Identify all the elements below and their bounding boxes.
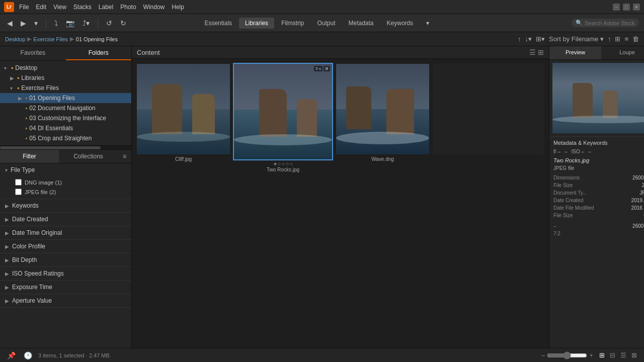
tab-filmstrip[interactable]: Filmstrip <box>275 18 310 29</box>
view-filmstrip-button[interactable]: ⊠ <box>629 350 639 360</box>
breadcrumb-exercise[interactable]: Exercise Files <box>33 36 67 42</box>
view-list-button[interactable]: ☰ <box>618 350 628 360</box>
filter-section-exposure-header[interactable]: ▶ Exposure Time <box>0 281 131 294</box>
scroll-thumb[interactable] <box>0 146 101 149</box>
zoom-slider[interactable] <box>547 351 587 359</box>
filter-section-aperture-header[interactable]: ▶ Aperture Value <box>0 294 131 307</box>
folder-icon: ▪ <box>25 95 27 102</box>
tree-item-libraries[interactable]: ▶ ▪ Libraries <box>0 73 131 83</box>
filter-section-iso-header[interactable]: ▶ ISO Speed Ratings <box>0 267 131 280</box>
export-button[interactable]: ⤴▾ <box>80 18 92 28</box>
sort-desc-icon[interactable]: ↓▾ <box>525 35 532 43</box>
filter-section-filetype-header[interactable]: ▾ File Type <box>0 163 131 176</box>
nav-dropdown-button[interactable]: ▾ <box>32 18 40 28</box>
thumb-item-wave[interactable]: Wave.dng <box>336 64 429 162</box>
view-detail-button[interactable]: ⊟ <box>608 350 617 360</box>
nav-forward-button[interactable]: ▶ <box>19 18 28 28</box>
date-modified-label: Date File Modified <box>553 205 594 211</box>
folder-icon: ▪ <box>11 64 13 71</box>
menu-photo[interactable]: Photo <box>120 4 136 11</box>
filter-section-label: Date Created <box>12 216 48 223</box>
nav-back-button[interactable]: ◀ <box>5 18 15 28</box>
filter-icon[interactable]: ⊞▾ <box>536 35 545 43</box>
filter-section-color-profile-header[interactable]: ▶ Color Profile <box>0 240 131 253</box>
filter-section-bit-depth-header[interactable]: ▶ Bit Depth <box>0 253 131 266</box>
clock-button[interactable]: 🕐 <box>22 350 34 360</box>
menu-file[interactable]: File <box>19 4 29 11</box>
view-grid-button[interactable]: ⊞ <box>597 350 607 360</box>
maximize-button[interactable]: □ <box>623 4 630 11</box>
view-grid-icon[interactable]: ⊞ <box>538 48 544 56</box>
filter-item-jpeg: JPEG file (2) <box>12 187 131 197</box>
thumb-item-cliff[interactable]: Cliff.jpg <box>137 64 230 162</box>
sort-asc-icon[interactable]: ↑ <box>518 35 521 43</box>
tree-item-03-custom[interactable]: ▪ 03 Customizing the Interface <box>0 113 131 123</box>
minimize-button[interactable]: – <box>613 4 620 11</box>
content-title: Content <box>137 49 160 56</box>
zoom-in-icon[interactable]: + <box>589 351 593 359</box>
zoom-out-icon[interactable]: – <box>541 351 545 359</box>
filter-tab-filter[interactable]: Filter <box>0 150 59 163</box>
tab-libraries[interactable]: Libraries <box>239 18 274 29</box>
filter-checkbox-dng[interactable] <box>15 179 22 186</box>
preview-image <box>552 63 644 133</box>
tree-scrollbar[interactable] <box>0 146 131 150</box>
tree-item-04-di[interactable]: ▪ 04 DI Essentials <box>0 123 131 133</box>
tab-folders[interactable]: Folders <box>66 46 132 60</box>
thumb-img-wave <box>336 64 429 154</box>
view-grid-icon[interactable]: ⊞ <box>615 35 620 43</box>
pin-button[interactable]: 📌 <box>5 350 18 360</box>
menu-edit[interactable]: Edit <box>36 4 46 11</box>
thumb-item-tworocks[interactable]: 5 s ⊞ ★☆☆☆☆ Two Rocks.jpg <box>234 64 332 172</box>
breadcrumb-bar: Desktop ▶ Exercise Files ▶ 01 Opening Fi… <box>0 32 644 46</box>
tab-metadata[interactable]: Metadata <box>342 18 379 29</box>
tree-item-01-opening[interactable]: ▶ ▪ 01 Opening Files <box>0 93 131 103</box>
folder-icon: ▪ <box>25 115 27 122</box>
camera-button[interactable]: 📷 <box>64 18 76 28</box>
view-list-icon[interactable]: ≡ <box>624 35 628 43</box>
view-list-icon[interactable]: ☰ <box>529 48 536 56</box>
tab-favorites[interactable]: Favorites <box>0 46 66 60</box>
expand-icon: ▶ <box>5 217 9 222</box>
filter-section-label: Keywords <box>12 202 39 209</box>
filter-section-keywords-header[interactable]: ▶ Keywords <box>0 199 131 212</box>
rp-tab-loupe[interactable]: Loupe <box>601 46 644 59</box>
close-button[interactable]: ✕ <box>633 4 640 11</box>
menu-window[interactable]: Window <box>143 4 165 11</box>
tree-item-exercise[interactable]: ▾ ▪ Exercise Files <box>0 83 131 93</box>
import-button[interactable]: ⤵ <box>52 18 60 28</box>
folder-icon: ▪ <box>17 74 19 81</box>
tree-item-05-crop[interactable]: ▪ 05 Crop and Straighten <box>0 133 131 143</box>
menu-view[interactable]: View <box>53 4 66 11</box>
search-input[interactable] <box>585 20 635 26</box>
breadcrumb-desktop[interactable]: Desktop <box>5 36 25 42</box>
filter-menu-button[interactable]: ≡ <box>118 150 131 163</box>
menu-stacks[interactable]: Stacks <box>73 4 92 11</box>
sync-right-button[interactable]: ↻ <box>118 18 128 28</box>
filter-header: Filter Collections ≡ <box>0 150 131 163</box>
tab-more[interactable]: ▾ <box>420 18 435 29</box>
filter-panel: Filter Collections ≡ ▾ File Type DNG ima… <box>0 150 131 348</box>
tree-label: 01 Opening Files <box>29 95 75 102</box>
thumb-wrapper-wave <box>336 64 429 154</box>
menu-label[interactable]: Label <box>99 4 113 11</box>
metadata-title: Metadata & Keywords <box>553 140 608 146</box>
filter-section-datetime-header[interactable]: ▶ Date Time Original <box>0 226 131 239</box>
sort-filename-label[interactable]: Sort by Filename ▾ <box>549 35 604 43</box>
thumb-wrapper-tworocks: 5 s ⊞ <box>234 64 332 159</box>
tree-item-02-doc[interactable]: ▪ 02 Document Navigation <box>0 103 131 113</box>
tree-item-desktop[interactable]: ▾ ▪ Desktop <box>0 63 131 73</box>
tab-essentials[interactable]: Essentials <box>198 18 238 29</box>
menu-help[interactable]: Help <box>172 4 184 11</box>
bottom-bar: 📌 🕐 3 items, 1 selected · 2.47 MB – + ⊞ … <box>0 348 644 362</box>
rp-tab-preview[interactable]: Preview <box>549 46 601 59</box>
tab-output[interactable]: Output <box>311 18 341 29</box>
filter-tab-collections[interactable]: Collections <box>59 150 118 163</box>
sort-dir-icon[interactable]: ↑ <box>608 35 611 43</box>
trash-icon[interactable]: 🗑 <box>632 35 639 43</box>
filter-checkbox-jpeg[interactable] <box>15 189 22 195</box>
tab-keywords[interactable]: Keywords <box>381 18 420 29</box>
filter-section-date-created-header[interactable]: ▶ Date Created <box>0 213 131 226</box>
sync-left-button[interactable]: ↺ <box>104 18 114 28</box>
breadcrumb-current[interactable]: 01 Opening Files <box>76 36 118 42</box>
